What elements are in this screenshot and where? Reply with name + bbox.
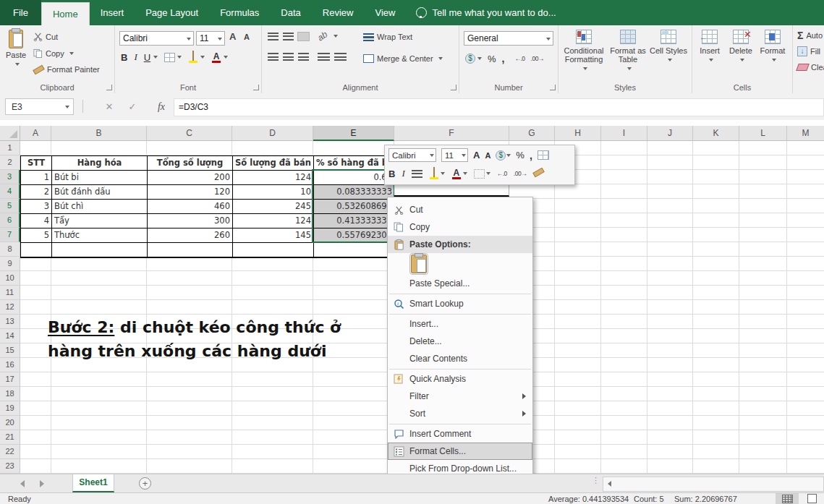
table-cell[interactable]: 460 (148, 200, 233, 214)
formula-input[interactable]: =D3/C3 (174, 98, 824, 116)
copy-button[interactable]: Copy (33, 48, 74, 59)
table-cell[interactable]: Bút chì (52, 200, 148, 214)
table-cell[interactable]: 0.557692308 (314, 228, 395, 243)
font-dialog-launcher[interactable] (253, 85, 259, 90)
mini-bold-button[interactable]: B (388, 168, 395, 179)
align-center-button[interactable] (283, 53, 294, 61)
tab-page-layout[interactable]: Page Layout (135, 0, 209, 25)
column-header-b[interactable]: B (51, 126, 147, 141)
fill-color-button[interactable] (188, 51, 198, 63)
row-header-18[interactable]: 18 (0, 387, 20, 401)
cell-styles-button[interactable]: Cell Styles (650, 28, 687, 80)
mini-decrease-font-button[interactable]: A (485, 151, 490, 160)
fill-button[interactable]: ↓ Fill (797, 46, 824, 56)
table-cell[interactable]: 0.413333333 (314, 214, 395, 228)
font-name-combo[interactable]: Calibri (119, 31, 194, 46)
row-header-9[interactable]: 9 (0, 257, 20, 271)
column-header-d[interactable]: D (232, 126, 313, 141)
borders-button[interactable] (164, 53, 175, 62)
table-header-tong-so-luong[interactable]: Tổng số lượng (148, 156, 233, 171)
table-cell[interactable]: 5 (21, 228, 52, 243)
table-cell[interactable]: 120 (148, 185, 233, 200)
table-header-percent[interactable]: % số hàng đã bán (314, 156, 395, 171)
mini-format-painter-button[interactable] (532, 167, 544, 177)
row-header-23[interactable]: 23 (0, 459, 20, 474)
table-cell[interactable]: 260 (148, 228, 233, 243)
mini-align-button[interactable] (412, 170, 422, 178)
menu-item-quick-analysis[interactable]: Quick Analysis (388, 370, 532, 388)
row-header-8[interactable]: 8 (0, 242, 20, 257)
mini-accounting-button[interactable]: $ (496, 150, 506, 161)
mini-merge-button[interactable] (538, 150, 549, 160)
column-header-k[interactable]: K (693, 126, 739, 141)
increase-decimal-button[interactable]: ←.0 (514, 55, 524, 62)
horizontal-scrollbar[interactable] (603, 477, 824, 492)
increase-font-button[interactable]: A (229, 31, 236, 42)
tab-review[interactable]: Review (312, 0, 365, 25)
mini-increase-decimal-button[interactable]: ←.0 (497, 170, 507, 177)
underline-button[interactable]: U (144, 52, 150, 63)
tab-splitter-dots[interactable]: ⋮ (592, 479, 595, 489)
percent-style-button[interactable]: % (488, 54, 496, 64)
row-header-4[interactable]: 4 (0, 184, 20, 199)
bold-button[interactable]: B (121, 52, 127, 63)
table-cell[interactable]: 4 (21, 214, 52, 228)
table-cell[interactable]: Bút đánh dấu (52, 185, 148, 200)
row-header-19[interactable]: 19 (0, 401, 20, 416)
name-box[interactable]: E3 (5, 98, 74, 115)
row-header-15[interactable]: 15 (0, 343, 20, 358)
column-header-m[interactable]: M (787, 126, 824, 141)
column-header-f[interactable]: F (394, 126, 509, 141)
autosum-button[interactable]: Σ Auto (797, 30, 823, 41)
next-sheet-arrow-icon[interactable] (40, 480, 44, 487)
row-header-10[interactable]: 10 (0, 271, 20, 286)
menu-item-format-cells[interactable]: Format Cells... (388, 443, 532, 460)
clipboard-dialog-launcher[interactable] (106, 85, 112, 90)
comma-style-button[interactable]: , (502, 53, 505, 64)
table-cell[interactable]: 300 (148, 214, 233, 228)
table-cell-empty[interactable] (314, 243, 395, 257)
column-header-a[interactable]: A (20, 126, 51, 141)
tab-insert[interactable]: Insert (90, 0, 135, 25)
mini-decrease-decimal-button[interactable]: .00→ (514, 170, 527, 177)
menu-item-insert-comment[interactable]: Insert Comment (388, 425, 532, 443)
row-header-7[interactable]: 7 (0, 228, 20, 242)
select-all-corner[interactable] (0, 126, 20, 141)
accounting-format-button[interactable]: $ (465, 54, 475, 64)
menu-item-paste-special[interactable]: Paste Special... (388, 275, 532, 292)
enter-button[interactable]: ✓ (123, 98, 142, 115)
menu-item-smart-lookup[interactable]: i Smart Lookup (388, 295, 532, 312)
tab-view[interactable]: View (364, 0, 406, 25)
normal-view-button[interactable] (776, 493, 799, 504)
row-header-14[interactable]: 14 (0, 329, 20, 343)
row-header-20[interactable]: 20 (0, 416, 20, 430)
row-header-21[interactable]: 21 (0, 430, 20, 445)
menu-item-sort[interactable]: Sort (388, 405, 532, 422)
table-cell-empty[interactable] (52, 243, 148, 257)
mini-fill-color-button[interactable] (429, 168, 439, 179)
row-header-17[interactable]: 17 (0, 372, 20, 387)
tab-file[interactable]: File (0, 0, 41, 25)
table-cell[interactable]: 124 (233, 214, 314, 228)
row-header-16[interactable]: 16 (0, 358, 20, 372)
row-header-6[interactable]: 6 (0, 213, 20, 228)
row-header-5[interactable]: 5 (0, 199, 20, 213)
page-layout-view-button[interactable] (800, 493, 823, 504)
tab-data[interactable]: Data (270, 0, 311, 25)
insert-cells-button[interactable]: ← Insert (695, 28, 724, 80)
table-cell[interactable]: 2 (21, 185, 52, 200)
row-header-12[interactable]: 12 (0, 300, 20, 315)
tab-home[interactable]: Home (41, 2, 90, 25)
wrap-text-button[interactable]: Wrap Text (363, 33, 412, 41)
number-format-combo[interactable]: General (464, 31, 553, 46)
table-cell[interactable]: 1 (21, 171, 52, 185)
increase-indent-button[interactable] (334, 53, 347, 61)
delete-cells-button[interactable]: ✕ Delete (726, 28, 756, 80)
align-left-button[interactable] (268, 53, 279, 61)
mini-font-size-combo[interactable]: 11 (441, 148, 468, 162)
table-cell[interactable]: Bút bi (52, 171, 148, 185)
align-bottom-button[interactable] (298, 33, 309, 40)
font-color-button[interactable]: A (211, 51, 221, 63)
decrease-decimal-button[interactable]: .00→ (531, 55, 544, 62)
row-header-11[interactable]: 11 (0, 286, 20, 300)
